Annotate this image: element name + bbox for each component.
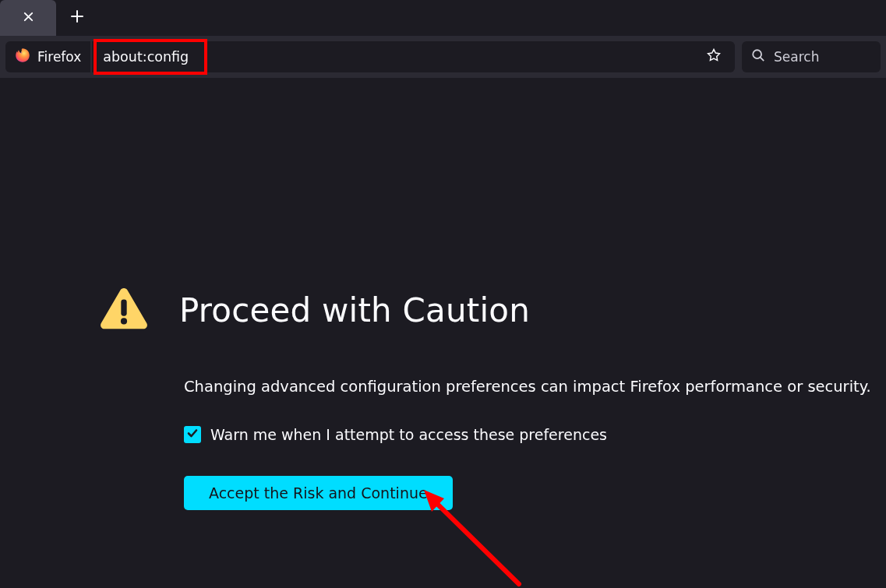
warn-checkbox[interactable] (184, 426, 201, 443)
identity-label: Firefox (37, 49, 81, 65)
warn-checkbox-row[interactable]: Warn me when I attempt to access these p… (184, 426, 886, 443)
url-bar[interactable]: about:config (92, 41, 735, 72)
page-title: Proceed with Caution (179, 291, 530, 329)
close-icon[interactable] (23, 11, 34, 26)
warn-checkbox-label: Warn me when I attempt to access these p… (210, 426, 607, 443)
url-bar-group: Firefox about:config (5, 41, 735, 72)
search-bar[interactable]: Search (742, 41, 881, 72)
accept-button-label: Accept the Risk and Continue (209, 484, 428, 502)
svg-rect-2 (121, 299, 126, 315)
accept-button[interactable]: Accept the Risk and Continue (184, 476, 453, 510)
svg-point-1 (753, 50, 761, 58)
warning-page: Proceed with Caution Changing advanced c… (0, 78, 886, 510)
search-placeholder: Search (774, 49, 819, 65)
warning-header: Proceed with Caution (100, 287, 886, 333)
warning-icon (100, 287, 148, 333)
new-tab-button[interactable] (64, 5, 90, 31)
checkmark-icon (186, 427, 199, 442)
plus-icon (70, 9, 84, 26)
active-tab[interactable] (0, 0, 56, 36)
search-icon (751, 48, 765, 65)
url-text: about:config (92, 49, 701, 65)
star-icon (706, 48, 722, 66)
firefox-icon (15, 48, 30, 66)
nav-toolbar: Firefox about:config Search (0, 36, 886, 78)
warning-description: Changing advanced configuration preferen… (184, 376, 886, 397)
warning-body: Changing advanced configuration preferen… (184, 376, 886, 510)
svg-point-3 (121, 318, 127, 324)
tab-bar (0, 0, 886, 36)
bookmark-button[interactable] (701, 44, 727, 70)
identity-box[interactable]: Firefox (5, 41, 90, 72)
